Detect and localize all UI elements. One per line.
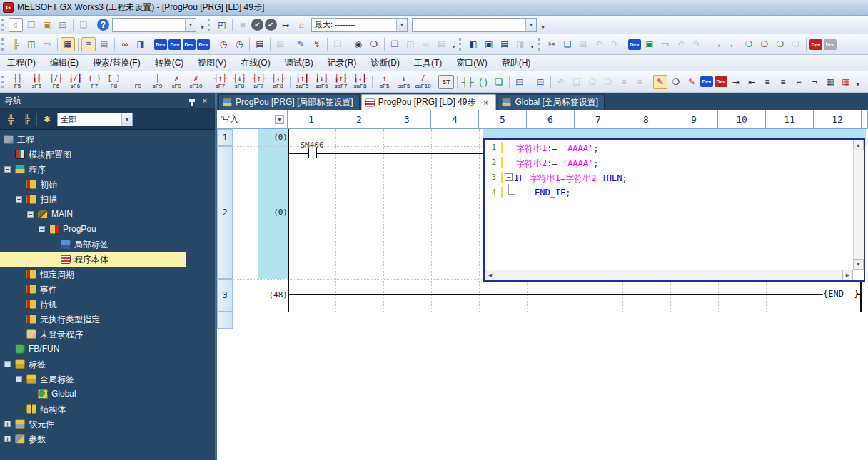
copy-icon[interactable]: ❏ [560, 37, 575, 51]
settings-gear-icon[interactable]: ✱ [40, 112, 54, 126]
collapse-icon[interactable]: − [4, 361, 11, 367]
tree-item-初始[interactable]: 初始 [0, 177, 186, 192]
help-icon[interactable]: ? [97, 19, 109, 31]
read-mode-icon[interactable]: ❍ [669, 75, 683, 89]
tree-item-扫描[interactable]: −扫描 [0, 192, 186, 207]
end-instruction[interactable]: {END } [823, 289, 857, 299]
expand-icon[interactable]: + [4, 421, 11, 427]
tree-item-程序本体[interactable]: 程序本体 [0, 252, 186, 267]
simulation-stop-icon[interactable]: ■ [236, 18, 250, 32]
program-check-icon[interactable]: ✎ [294, 37, 308, 51]
overwrite-mode-icon[interactable]: ≡ [632, 75, 647, 89]
st-vertical-scrollbar[interactable]: ▲ ▼ [853, 140, 864, 270]
device-replace-icon[interactable]: Dev [183, 39, 196, 50]
edit-coil-icon[interactable]: ( ) [476, 75, 490, 89]
toolbar-overflow-icon[interactable]: ▾ [539, 19, 547, 31]
monitor-write-mode-icon[interactable]: ✎ [685, 75, 699, 89]
tree-item-FB/FUN[interactable]: FB/FUN [0, 342, 186, 357]
menu-item-10[interactable]: 工具(T) [407, 55, 449, 71]
watch-timer-2-icon[interactable]: ◷ [232, 37, 246, 51]
watch-expression-combo[interactable]: ▾ [412, 18, 537, 32]
tree-item-MAIN[interactable]: −MAIN [0, 207, 186, 222]
tree-display-option-icon[interactable]: ╬ [4, 112, 18, 126]
menu-item-7[interactable]: 调试(B) [278, 55, 321, 71]
search-back-icon[interactable]: ❍ [585, 75, 600, 89]
print-icon[interactable]: ▤ [56, 18, 70, 32]
menu-item-8[interactable]: 记录(R) [321, 55, 364, 71]
scroll-down-icon[interactable]: ▼ [853, 259, 864, 270]
monitor-max-combo[interactable]: 最大: --------▾ [311, 18, 408, 32]
tree-item-模块配置图[interactable]: 模块配置图 [0, 147, 186, 162]
device-check-2-icon[interactable]: Dev [715, 76, 727, 87]
tree-item-待机[interactable]: 待机 [0, 297, 186, 312]
coil-button[interactable]: ( )F7 [85, 72, 104, 91]
scroll-up-icon[interactable]: ▲ [853, 140, 864, 150]
delete-vertical-line-button[interactable]: ✗cF10 [186, 72, 206, 91]
outline-display-icon[interactable]: ▤ [253, 37, 267, 51]
scroll-right-icon[interactable]: ▶ [842, 270, 853, 280]
module-read-icon[interactable]: ◫ [24, 37, 39, 51]
label-comment-display-icon[interactable]: ▭ [658, 37, 672, 51]
simulation-check-2-icon[interactable]: ✔ [265, 19, 277, 31]
tree-filter-combo[interactable]: 全部▾ [57, 113, 133, 126]
search-forward-icon[interactable]: ❍ [601, 75, 615, 89]
st-editor-icon[interactable]: ▤ [97, 37, 111, 51]
dropdown-arrow-icon[interactable]: ▾ [121, 113, 132, 126]
new-project-icon[interactable]: ▯ [9, 18, 23, 32]
restore-window-1-icon[interactable]: ↶ [674, 37, 688, 51]
io-check-icon[interactable]: ↯ [310, 37, 324, 51]
dropdown-arrow-icon[interactable]: ▾ [185, 19, 196, 31]
toolbar-overflow-icon[interactable]: ▾ [528, 38, 536, 51]
st-horizontal-scrollbar[interactable]: ◀ ▶ [485, 270, 853, 280]
safety-operation-icon[interactable]: ⌂ [294, 18, 308, 32]
st-code-line[interactable]: 字符串1:= 'AAAA'; [516, 143, 599, 155]
undo-icon[interactable]: ↶ [592, 37, 606, 51]
docking-window-2-icon[interactable]: ▤ [498, 37, 512, 51]
align-note-icon[interactable]: ≡ [776, 75, 790, 89]
st-code-line[interactable]: IF 字符串1=字符串2 THEN; [514, 173, 627, 185]
find-icon[interactable]: ∞ [118, 37, 132, 51]
st-code-line[interactable]: END_IF; [535, 188, 571, 198]
ladder-edit-mode-icon[interactable]: ✎ [653, 75, 667, 89]
close-icon[interactable]: × [199, 95, 211, 106]
collapse-icon[interactable]: − [39, 226, 45, 232]
parameter-check-icon[interactable]: ❐ [330, 37, 345, 51]
tree-item-参数[interactable]: +参数 [0, 431, 186, 446]
rising-pulse-close-branch-button[interactable]: ┧↑┠saF7 [331, 72, 350, 91]
monitor-stop-icon[interactable]: ❍ [789, 37, 803, 51]
tree-item-未登录程序[interactable]: 未登录程序 [0, 327, 186, 342]
expand-icon[interactable]: + [4, 436, 11, 442]
parallel-open-contact-button[interactable]: ┧┠sF5 [27, 72, 46, 91]
edit-copy-icon[interactable]: ❏ [570, 75, 584, 89]
collapse-icon[interactable]: − [16, 376, 22, 382]
inline-st-box-icon[interactable]: ST [438, 75, 454, 89]
project-verify-icon[interactable]: ❏ [76, 18, 91, 32]
toolbar-overflow-icon[interactable]: ▾ [198, 19, 206, 31]
edit-instruction-icon[interactable]: ❏ [492, 75, 506, 89]
tree-item-标签[interactable]: −标签 [0, 357, 186, 372]
element-selection-window-icon[interactable]: ◧ [466, 37, 480, 51]
vertical-line-button[interactable]: │sF9 [148, 72, 167, 91]
inline-st-box[interactable]: 1字符串1:= 'AAAA';2字符串2:= 'AAAA';3−IF 字符串1=… [483, 138, 865, 282]
invert-result-button[interactable]: ─/─caF10 [413, 72, 433, 91]
device-monitor-on-icon[interactable]: Dev [809, 39, 822, 50]
open-contact-button[interactable]: ┤├F5 [8, 72, 27, 91]
tab-3[interactable]: Global [全局标签设置] [498, 94, 605, 110]
tree-item-结构体[interactable]: 结构体 [0, 402, 186, 416]
tree-item-软元件[interactable]: +软元件 [0, 416, 186, 431]
toolbar-overflow-icon[interactable]: ▾ [854, 76, 862, 88]
menu-item-6[interactable]: 在线(O) [233, 55, 277, 71]
falling-pulse-branch-button[interactable]: ┧↓┠saF6 [312, 72, 331, 91]
wrap-ladder-icon[interactable]: ¬ [807, 75, 822, 89]
horizontal-line-button[interactable]: ──F9 [128, 72, 148, 91]
monitor-start-icon[interactable]: ❍ [773, 37, 787, 51]
delete-horizontal-line-button[interactable]: ✗cF9 [167, 72, 186, 91]
tree-item-无执行类型指定[interactable]: 无执行类型指定 [0, 312, 186, 327]
menu-item-9[interactable]: 诊断(D) [363, 55, 407, 71]
close-contact-button[interactable]: ┤/├F6 [46, 72, 66, 91]
falling-pulse-button[interactable]: ┤↓├sF8 [230, 72, 249, 91]
read-from-plc-icon[interactable]: ← [726, 37, 740, 51]
redo-icon[interactable]: ↷ [607, 37, 622, 51]
tree-item-事件[interactable]: 事件 [0, 282, 186, 297]
find-next-icon[interactable]: ∞ [419, 37, 433, 51]
